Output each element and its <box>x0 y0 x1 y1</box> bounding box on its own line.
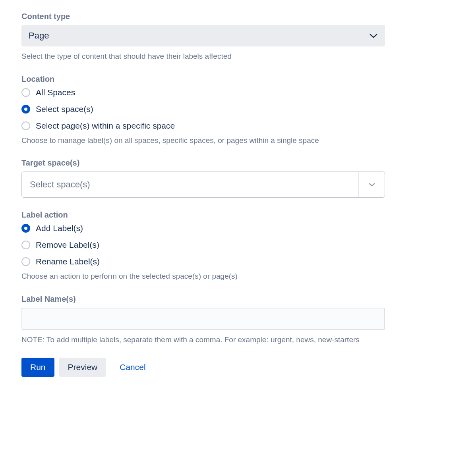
radio-icon <box>21 257 30 266</box>
label-action-radio-remove[interactable]: Remove Label(s) <box>21 240 455 250</box>
label-action-label: Label action <box>21 210 455 220</box>
target-spaces-select[interactable]: Select space(s) <box>21 171 385 198</box>
run-button[interactable]: Run <box>21 358 54 377</box>
location-radio-select-spaces[interactable]: Select space(s) <box>21 104 455 114</box>
preview-button[interactable]: Preview <box>59 358 106 377</box>
radio-label: Select space(s) <box>36 104 93 114</box>
label-action-radio-add[interactable]: Add Label(s) <box>21 224 455 233</box>
label-action-helper: Choose an action to perform on the selec… <box>21 271 455 282</box>
content-type-select[interactable]: Page <box>21 25 385 46</box>
location-radio-group: All Spaces Select space(s) Select page(s… <box>21 88 455 131</box>
target-spaces-label: Target space(s) <box>21 158 455 168</box>
label-action-field: Label action Add Label(s) Remove Label(s… <box>21 210 455 282</box>
radio-label: Add Label(s) <box>36 224 83 233</box>
location-label: Location <box>21 75 455 84</box>
label-action-radio-rename[interactable]: Rename Label(s) <box>21 257 455 266</box>
label-names-input[interactable] <box>21 308 385 330</box>
chevron-down-icon <box>369 31 378 40</box>
content-type-field: Content type Page Select the type of con… <box>21 12 455 62</box>
cancel-button[interactable]: Cancel <box>111 358 154 377</box>
radio-icon <box>21 105 30 114</box>
location-radio-all-spaces[interactable]: All Spaces <box>21 88 455 97</box>
radio-label: Rename Label(s) <box>36 257 100 266</box>
content-type-helper: Select the type of content that should h… <box>21 51 455 62</box>
label-action-radio-group: Add Label(s) Remove Label(s) Rename Labe… <box>21 224 455 266</box>
content-type-value: Page <box>29 31 49 41</box>
location-field: Location All Spaces Select space(s) Sele… <box>21 75 455 146</box>
radio-label: All Spaces <box>36 88 75 97</box>
target-spaces-field: Target space(s) Select space(s) <box>21 158 455 198</box>
radio-icon <box>21 241 30 249</box>
button-row: Run Preview Cancel <box>21 358 455 377</box>
radio-icon <box>21 224 30 233</box>
target-spaces-placeholder: Select space(s) <box>22 172 358 197</box>
label-names-label: Label Name(s) <box>21 295 455 304</box>
content-type-label: Content type <box>21 12 455 21</box>
location-helper: Choose to manage label(s) on all spaces,… <box>21 135 455 146</box>
chevron-down-icon <box>358 172 385 197</box>
radio-label: Remove Label(s) <box>36 240 99 250</box>
label-names-field: Label Name(s) NOTE: To add multiple labe… <box>21 295 455 345</box>
radio-icon <box>21 121 30 130</box>
radio-label: Select page(s) within a specific space <box>36 121 175 131</box>
label-names-helper: NOTE: To add multiple labels, separate t… <box>21 335 455 345</box>
location-radio-select-pages[interactable]: Select page(s) within a specific space <box>21 121 455 131</box>
radio-icon <box>21 88 30 97</box>
